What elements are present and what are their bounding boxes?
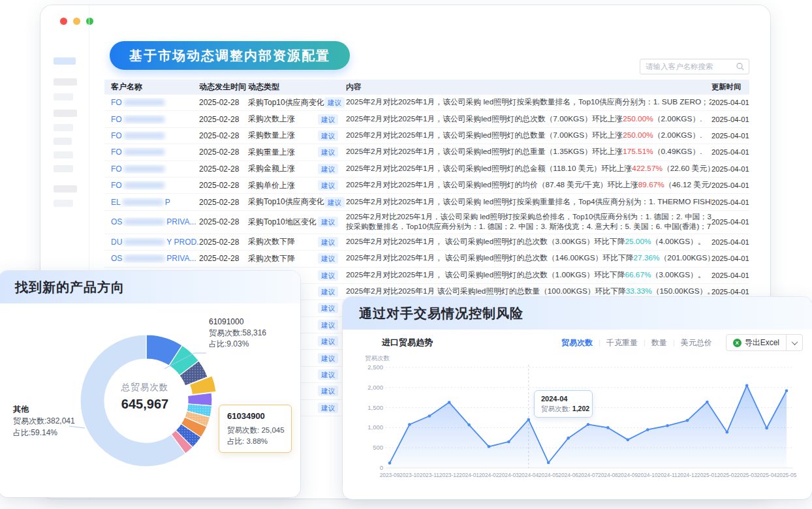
customer-link[interactable]: FO [111,131,199,140]
content-text: 2025年2月对比2025年1月， 该公司采购led照明灯的总次数（146.00… [346,253,634,262]
maximize-window-button[interactable] [86,18,93,25]
event-date-cell: 2025-02-28 [199,217,248,226]
suggestion-badge[interactable]: 建议 [318,320,338,330]
suggestion-badge[interactable]: 建议 [318,253,338,264]
customer-name-prefix: DU [111,238,122,247]
customer-link[interactable]: FO [111,181,199,190]
column-header-updated: 更新时间 [711,82,749,92]
data-point-2024-10[interactable] [646,428,649,431]
data-point-2023-11[interactable] [428,414,431,418]
customer-link[interactable]: DUY PROD... [111,238,199,247]
x-tick-label: 2023-12 [439,472,460,478]
sidebar-item[interactable] [54,138,72,145]
metric-tab-kg-weight[interactable]: 千克重量 [601,337,644,348]
redacted-name [124,255,164,262]
data-point-2025-02[interactable] [726,431,729,434]
customer-name-prefix: FO [111,181,122,190]
sidebar-item[interactable] [54,124,73,131]
customer-link[interactable]: FO [111,115,199,124]
minimize-window-button[interactable] [73,18,80,25]
data-point-2024-07[interactable] [587,423,590,426]
data-point-2024-08[interactable] [606,426,610,429]
data-point-2024-04[interactable] [527,418,531,422]
suggestion-badge[interactable]: 建议 [318,114,338,125]
data-point-2024-06[interactable] [567,437,570,440]
section-title-badge: 基于市场动态调整内部资源配置 [110,41,350,70]
updated-date-cell: 2025-04-01 [711,271,749,279]
customer-link[interactable]: ELP [111,198,199,207]
event-date-cell: 2025-02-28 [199,131,248,140]
export-excel-button-group: X 导出Excel [726,334,803,351]
data-point-2024-01[interactable] [467,424,471,427]
suggestion-badge[interactable]: 建议 [318,369,338,380]
suggestion-badge[interactable]: 建议 [318,270,338,281]
table-row: OSPRIVA...♢2025-02-28采购Top10地区变化建议2025年2… [104,211,749,234]
suggestion-badge[interactable]: 建议 [318,336,338,347]
risk-panel: 通过对手交易情况控制风险 进口贸易趋势 贸易次数 | 千克重量 | 数量 | 美… [343,297,812,499]
data-point-2024-12[interactable] [686,419,689,422]
sidebar-item[interactable] [54,185,77,193]
data-point-2024-09[interactable] [627,439,630,442]
suggestion-badge[interactable]: 建议 [318,237,338,247]
suggestion-badge[interactable]: 建议 [318,303,338,313]
data-point-2024-02[interactable] [488,445,491,448]
data-point-2023-09[interactable] [388,461,392,465]
customer-link[interactable]: OSPRIVA...♢ [111,217,199,226]
sidebar-item[interactable] [54,57,76,65]
event-type-label: 采购金额上涨 [248,163,295,174]
event-type-cell: 采购次数下降建议 [248,253,346,264]
metric-tab-quantity[interactable]: 数量 [646,337,673,348]
customer-link[interactable]: FO [111,98,199,107]
data-point-2025-03[interactable] [745,384,749,387]
table-row: FO2025-02-28采购单价上涨建议2025年2月对比2025年1月，该公司… [104,177,749,194]
content-text: 按采购数量排名，Top10供应商分别为：1. 德国；2. 中国；3. 斯洛伐克；… [346,223,711,230]
sidebar-item[interactable] [54,78,77,85]
export-dropdown-button[interactable] [787,335,802,351]
customer-name-cell: FO [104,164,199,174]
sidebar-item[interactable] [54,93,73,100]
suggestion-badge[interactable]: 建议 [318,286,338,297]
data-point-2023-10[interactable] [408,423,411,426]
customer-name-cell: OSPRIVA...♢ [104,254,199,263]
suggestion-badge[interactable]: 建议 [324,197,345,208]
data-point-2024-05[interactable] [547,461,550,465]
suggestion-badge[interactable]: 建议 [318,131,338,141]
x-tick-label: 2023-11 [420,472,439,478]
redacted-name [124,132,164,139]
sidebar-item[interactable] [54,151,73,159]
search-input[interactable] [646,63,736,70]
suggestion-badge[interactable]: 建议 [318,353,338,363]
close-window-button[interactable] [60,18,67,25]
suggestion-badge[interactable]: 建议 [318,217,338,227]
data-point-2024-03[interactable] [507,440,510,444]
suggestion-badge[interactable]: 建议 [318,164,338,174]
suggestion-badge[interactable]: 建议 [318,147,338,157]
suggestion-badge[interactable]: 建议 [318,180,338,191]
export-excel-button[interactable]: X 导出Excel [726,337,786,348]
content-text: （150.00KGS）。 [652,286,711,296]
customer-link[interactable]: FO [111,164,199,174]
data-point-2025-01[interactable] [706,401,709,404]
metric-tab-usd-total[interactable]: 美元总价 [675,337,718,348]
sidebar-item[interactable] [54,110,77,117]
metric-tab-trade-count[interactable]: 贸易次数 [555,337,599,348]
redacted-name [124,116,164,123]
suggestion-badge[interactable]: 建议 [318,386,338,396]
x-tick-label: 2025-05 [777,472,797,478]
customer-name-suffix: PRIVA... [166,254,196,263]
data-point-2025-04[interactable] [765,427,768,430]
suggestion-badge[interactable]: 建议 [318,403,338,413]
sidebar-item[interactable] [54,165,73,172]
customer-link[interactable]: FO [111,147,199,157]
sidebar-item[interactable] [54,200,73,207]
data-point-2024-11[interactable] [666,424,669,427]
data-point-2025-05[interactable] [785,389,789,392]
callout-name: 61091000 [209,316,266,328]
customer-link[interactable]: OSPRIVA...♢ [111,254,199,263]
content-text: 2025年2月对比2025年1月，该公司采购 led照明灯按采购重量排名，Top… [346,197,711,206]
table-row: FO2025-02-28采购金额上涨建议2025年2月对比2025年1月，该公司… [104,161,749,177]
data-point-2023-12[interactable] [448,401,451,404]
suggestion-badge[interactable]: 建议 [324,97,345,108]
donut-tooltip: 61034900 贸易次数: 25,045 占比: 3.88% [219,405,292,453]
other-name: 其他 [13,403,75,415]
